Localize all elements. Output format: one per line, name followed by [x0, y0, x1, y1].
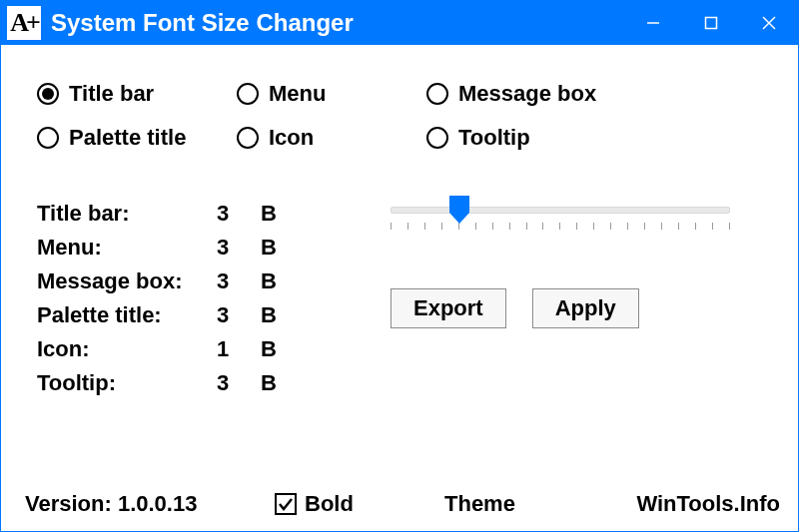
checkbox-icon: [275, 493, 297, 515]
radio-label: Tooltip: [458, 125, 530, 151]
setting-row: Palette title: 3 B: [37, 298, 291, 332]
export-button[interactable]: Export: [391, 288, 506, 328]
slider-track: [391, 207, 730, 214]
setting-value: 1: [217, 332, 261, 366]
radio-label: Palette title: [69, 125, 186, 151]
setting-value: 3: [217, 231, 261, 265]
radio-icon: [37, 127, 59, 149]
setting-value: 3: [217, 298, 261, 332]
radio-label: Icon: [269, 125, 314, 151]
radio-label: Message box: [458, 81, 596, 107]
radio-icon: [237, 83, 259, 105]
radio-label: Menu: [269, 81, 326, 107]
setting-label: Tooltip:: [37, 366, 217, 400]
radio-icon: [237, 127, 259, 149]
setting-label: Menu:: [37, 231, 217, 265]
version-label: Version: 1.0.0.13: [25, 491, 275, 517]
setting-bold: B: [261, 265, 291, 298]
button-row: Export Apply: [391, 288, 762, 328]
radio-label: Title bar: [69, 81, 154, 107]
app-icon: A+: [7, 6, 41, 40]
setting-row: Message box: 3 B: [37, 265, 291, 298]
radio-menu[interactable]: Menu: [237, 81, 426, 107]
setting-row: Icon: 1 B: [37, 332, 291, 366]
close-button[interactable]: [740, 1, 798, 45]
maximize-button[interactable]: [682, 1, 740, 45]
radio-group: Title bar Menu Message box Palette title…: [37, 81, 762, 151]
radio-icon-option[interactable]: Icon: [237, 125, 426, 151]
setting-label: Icon:: [37, 332, 217, 366]
setting-row: Menu: 3 B: [37, 231, 291, 265]
setting-value: 3: [217, 366, 261, 400]
setting-row: Title bar: 3 B: [37, 197, 291, 231]
setting-label: Message box:: [37, 265, 217, 298]
window-controls: [624, 1, 798, 45]
radio-message-box[interactable]: Message box: [426, 81, 646, 107]
theme-link[interactable]: Theme: [444, 491, 604, 517]
minimize-button[interactable]: [624, 1, 682, 45]
setting-bold: B: [261, 197, 291, 231]
content-area: Title bar Menu Message box Palette title…: [1, 45, 798, 531]
bold-checkbox[interactable]: Bold: [275, 491, 444, 517]
wintools-link[interactable]: WinTools.Info: [604, 491, 780, 517]
footer: Version: 1.0.0.13 Bold Theme WinTools.In…: [25, 491, 780, 517]
setting-label: Palette title:: [37, 298, 217, 332]
setting-value: 3: [217, 265, 261, 298]
slider-thumb[interactable]: [448, 195, 470, 225]
radio-palette-title[interactable]: Palette title: [37, 125, 237, 151]
radio-title-bar[interactable]: Title bar: [37, 81, 237, 107]
right-column: Export Apply: [391, 197, 762, 400]
setting-value: 3: [217, 197, 261, 231]
bold-label: Bold: [305, 491, 354, 517]
setting-label: Title bar:: [37, 197, 217, 231]
setting-bold: B: [261, 298, 291, 332]
lower-section: Title bar: 3 B Menu: 3 B Message box: 3 …: [37, 197, 762, 400]
size-slider[interactable]: [391, 201, 730, 241]
app-window: A+ System Font Size Changer Title bar Me…: [0, 0, 799, 532]
slider-ticks: [391, 223, 730, 231]
radio-tooltip[interactable]: Tooltip: [426, 125, 646, 151]
window-title: System Font Size Changer: [51, 9, 624, 37]
setting-row: Tooltip: 3 B: [37, 366, 291, 400]
radio-icon: [426, 83, 448, 105]
radio-icon: [426, 127, 448, 149]
setting-bold: B: [261, 332, 291, 366]
radio-icon: [37, 83, 59, 105]
setting-bold: B: [261, 366, 291, 400]
titlebar[interactable]: A+ System Font Size Changer: [1, 1, 798, 45]
svg-rect-1: [706, 18, 717, 29]
settings-list: Title bar: 3 B Menu: 3 B Message box: 3 …: [37, 197, 291, 400]
setting-bold: B: [261, 231, 291, 265]
apply-button[interactable]: Apply: [532, 288, 639, 328]
